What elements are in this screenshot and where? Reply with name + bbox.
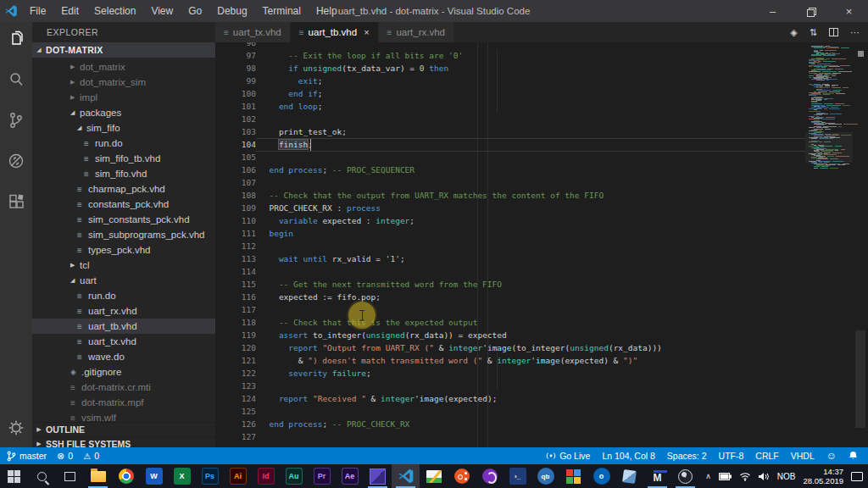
status-right-bell[interactable] [849, 451, 858, 461]
action-center-icon[interactable] [851, 472, 863, 481]
taskbar-audition[interactable]: Au [280, 464, 308, 488]
taskbar-excel[interactable]: X [168, 464, 196, 488]
taskbar-obs[interactable] [671, 464, 699, 488]
more-actions-icon[interactable]: ⋯ [850, 27, 860, 38]
code-line-100[interactable]: 100 end if; [215, 87, 868, 100]
menu-selection[interactable]: Selection [86, 0, 143, 22]
tree-item-charmap_pck.vhd[interactable]: ≡charmap_pck.vhd [32, 181, 215, 197]
tree-item-uart_tx.vhd[interactable]: ≡uart_tx.vhd [32, 334, 215, 349]
tree-item-.gitignore[interactable]: ◈.gitignore [32, 364, 215, 380]
sidebar-item-search[interactable] [0, 63, 32, 97]
taskbar-media-app[interactable] [559, 464, 587, 488]
code-line-111[interactable]: 111 begin [215, 227, 868, 240]
battery-icon[interactable] [719, 473, 732, 480]
taskbar-purple-swirl-app[interactable] [476, 464, 504, 488]
taskbar-ubuntu[interactable] [448, 464, 476, 488]
code-line-113[interactable]: 113 wait until rx_valid = '1'; [215, 252, 868, 265]
tree-item-packages[interactable]: ◢packages [32, 105, 215, 120]
sync-arrows-icon[interactable]: ⇅ [810, 27, 817, 38]
menu-view[interactable]: View [143, 0, 181, 22]
minimize-icon[interactable]: – [754, 0, 792, 22]
taskbar-photoshop[interactable]: Ps [196, 464, 224, 488]
tree-item-types_pck.vhd[interactable]: ≡types_pck.vhd [32, 242, 215, 258]
code-line-99[interactable]: 99 exit; [215, 75, 868, 87]
close-tab-icon[interactable]: × [364, 27, 369, 37]
code-line-115[interactable]: 115 -- Get the next transmitted word fro… [215, 278, 868, 291]
tree-item-dot-matrix.mpf[interactable]: ≡dot-matrix.mpf [32, 395, 215, 410]
code-line-107[interactable]: 107 [215, 176, 868, 189]
taskbar-start[interactable] [0, 464, 28, 488]
taskbar-outlook[interactable]: o [587, 464, 615, 488]
code-line-96[interactable]: 96 [215, 42, 868, 49]
section-dot-matrix[interactable]: ◢ DOT-MATRIX [32, 42, 215, 58]
tree-item-impl[interactable]: ▶impl [32, 90, 215, 105]
code-line-122[interactable]: 122 severity failure; [215, 367, 868, 380]
code-line-102[interactable]: 102 [215, 113, 868, 125]
status-right-smiley[interactable]: ☺ [826, 450, 837, 462]
code-line-118[interactable]: 118 -- Check that this is the expected o… [215, 316, 868, 329]
code-line-101[interactable]: 101 end loop; [215, 100, 868, 113]
manage-button[interactable] [0, 420, 32, 435]
section-outline[interactable]: ▶OUTLINE [32, 422, 215, 436]
tree-item-dot-matrix.cr.mti[interactable]: ≡dot-matrix.cr.mti [32, 380, 215, 395]
tree-item-uart_tb.vhd[interactable]: ≡uart_tb.vhd [32, 319, 215, 334]
tab-uart_tb.vhd[interactable]: ≡uart_tb.vhd× [291, 22, 379, 42]
scrollbar-thumb[interactable] [855, 330, 865, 428]
taskbar-after-effects[interactable]: Ae [336, 464, 364, 488]
status-right-spaces-2[interactable]: Spaces: 2 [667, 451, 707, 461]
taskbar-powershell[interactable]: ›_ [504, 464, 531, 488]
code-line-126[interactable]: 126 end process; -- PROC_CHECK_RX [215, 418, 868, 430]
tree-item-sim_constants_pck.vhd[interactable]: ≡sim_constants_pck.vhd [32, 212, 215, 227]
status-right-ln-104-col-8[interactable]: Ln 104, Col 8 [602, 451, 654, 461]
taskbar-modelsim[interactable]: M [643, 464, 671, 488]
code-line-125[interactable]: 125 [215, 405, 868, 418]
taskbar-search[interactable] [28, 464, 56, 488]
code-line-109[interactable]: 109 PROC_CHECK_RX : process [215, 202, 868, 214]
split-editor-icon[interactable] [829, 28, 838, 36]
tree-item-run.do[interactable]: ≡run.do [32, 136, 215, 151]
status-left-0[interactable]: ⚠0 [83, 451, 99, 461]
keyboard-language[interactable]: NOB [777, 472, 796, 481]
taskbar-task-view[interactable] [56, 464, 84, 488]
status-right-vhdl[interactable]: VHDL [791, 451, 815, 461]
code-line-117[interactable]: 117 [215, 303, 868, 316]
menu-file[interactable]: File [22, 0, 53, 22]
code-line-116[interactable]: 116 expected := fifo.pop; [215, 291, 868, 303]
tree-item-uart_rx.vhd[interactable]: ≡uart_rx.vhd [32, 303, 215, 319]
wifi-icon[interactable] [739, 472, 751, 481]
code-line-105[interactable]: 105 [215, 151, 868, 164]
tree-item-run.do[interactable]: ≡run.do [32, 288, 215, 303]
taskbar-premiere[interactable]: Pr [308, 464, 336, 488]
sidebar-item-explorer[interactable] [0, 22, 32, 56]
formatter-diamond-icon[interactable]: ◈ [790, 27, 797, 38]
code-line-103[interactable]: 103 print_test_ok; [215, 125, 868, 138]
status-right-crlf[interactable]: CRLF [755, 451, 778, 461]
tray-chevron-icon[interactable]: ∧ [705, 472, 711, 480]
restore-icon[interactable] [792, 0, 830, 22]
code-line-119[interactable]: 119 assert to_integer(unsigned(rx_data))… [215, 329, 868, 341]
menu-terminal[interactable]: Terminal [255, 0, 309, 22]
code-line-124[interactable]: 124 report "Received " & integer'image(e… [215, 392, 868, 405]
sidebar-item-debug[interactable] [0, 144, 32, 178]
tab-uart_rx.vhd[interactable]: ≡uart_rx.vhd [379, 22, 454, 42]
menu-go[interactable]: Go [181, 0, 209, 22]
sidebar-item-extensions[interactable] [0, 185, 32, 219]
editor[interactable]: 9697 -- Exit the loop if all bits are '0… [215, 42, 868, 447]
code-line-98[interactable]: 98 if unsigned(tx_data_var) = 0 then [215, 62, 868, 75]
code-line-127[interactable]: 127 [215, 430, 868, 443]
code-line-97[interactable]: 97 -- Exit the loop if all bits are '0' [215, 49, 868, 62]
taskbar-purple-app[interactable] [364, 464, 392, 488]
status-left-master[interactable]: master [7, 451, 47, 462]
tree-item-uart[interactable]: ◢uart [32, 273, 215, 288]
taskbar-cube-app[interactable] [615, 464, 643, 488]
status-right-utf-8[interactable]: UTF-8 [719, 451, 744, 461]
code-line-104[interactable]: 104 finish; [215, 138, 868, 151]
editor-scrollbar[interactable] [853, 42, 868, 447]
speaker-icon[interactable] [759, 472, 770, 481]
code-line-123[interactable]: 123 [215, 380, 868, 392]
status-right-go-live[interactable]: Go Live [546, 451, 590, 461]
tree-item-constants_pck.vhd[interactable]: ≡constants_pck.vhd [32, 197, 215, 212]
menu-help[interactable]: Help [309, 0, 345, 22]
status-left-0[interactable]: ⊗0 [57, 451, 73, 462]
tray-clock[interactable]: 14:37 28.05.2019 [803, 467, 843, 485]
